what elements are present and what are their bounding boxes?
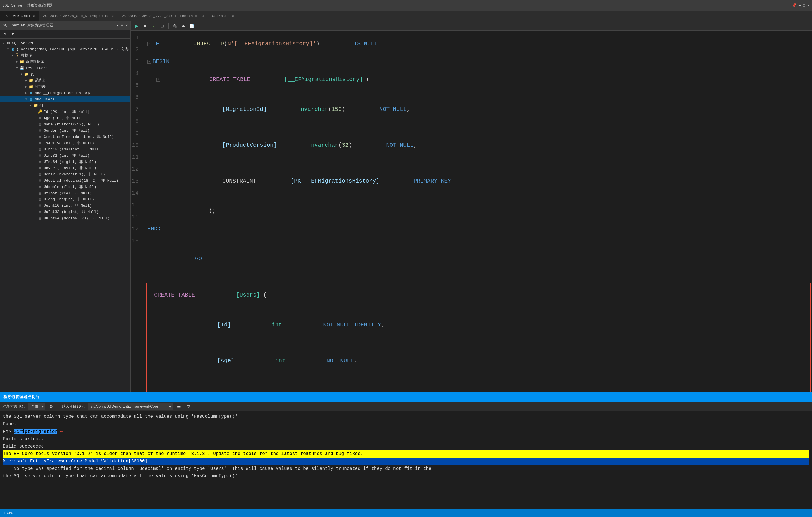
col-icon: ▤ [37, 166, 42, 171]
tree-label-users: dbo.Users [35, 97, 55, 102]
tree-item-col-udecimal[interactable]: ▤ Udecimal (decimal(18, 2), 非 Null) [0, 177, 130, 184]
tree-item-tables[interactable]: ▼ 📁 表 [0, 71, 130, 77]
stop-button[interactable]: ■ [142, 22, 149, 30]
console-line-1: the SQL server column type that can acco… [3, 413, 809, 420]
exttable-icon: 📁 [28, 84, 33, 89]
console-line-sql-end: the SQL server column type that can acco… [3, 472, 809, 480]
tree-item-systable[interactable]: ▶ 📁 系统表 [0, 77, 130, 84]
tab-migration-label: 20200402135625_add_NotMappe.cs [43, 14, 110, 18]
refresh-button[interactable]: ↻ [2, 31, 8, 37]
panel-header: SQL Server 对象资源管理器 ▾ # ✕ [0, 21, 130, 30]
tree-item-col-isactive[interactable]: ▤ IsActive (bit, 非 Null) [0, 140, 130, 146]
tree-label-col-gender: Gender (int, 非 Null) [44, 128, 90, 133]
tree-item-sqlserver[interactable]: ▶ 🖥 SQL Server [0, 40, 130, 46]
tree-item-col-time[interactable]: ▤ CreationTime (datetime, 非 Null) [0, 134, 130, 140]
tab-sql[interactable]: l0z1vr5n.sql ✕ [0, 11, 39, 21]
tree-label-col-age: Age (int, 非 Null) [44, 115, 83, 121]
col-icon: ▤ [37, 141, 42, 146]
console-line-cmd: PM> Script-Migration ← [3, 428, 809, 435]
console-line-build-ok: Build succeeded. [3, 443, 809, 450]
tree-item-ef-history[interactable]: ▶ ▦ dbo.__EFMigrationsHistory [0, 90, 130, 96]
col-icon: ▤ [37, 134, 42, 139]
col-icon: ▤ [37, 172, 42, 177]
new-query-button[interactable]: 📄 [188, 22, 195, 30]
window-controls[interactable]: — □ ✕ [799, 3, 810, 8]
tree-label-col-uchar: Uchar (nvarchar(1), 非 Null) [44, 172, 105, 177]
tree-item-col-uuint64[interactable]: ▤ UuInt64 (decimal(20), 非 Null) [0, 215, 130, 221]
tree-label-localdb: (localdb)\MSSQLLocalDB (SQL Server 13.0.… [17, 47, 130, 52]
fold-3[interactable]: + [156, 78, 161, 82]
tree-item-col-ubyte[interactable]: ▤ Ubyte (tinyint, 非 Null) [0, 165, 130, 171]
tree-label-col-uint64: UInt64 (bigint, 非 Null) [44, 159, 96, 164]
default-project-label: 默认项目(D): [62, 404, 85, 409]
tree-item-columns[interactable]: ▼ 📁 列 [0, 103, 130, 109]
connect-button[interactable]: 🔌 [171, 22, 178, 30]
list-button[interactable]: ☰ [175, 403, 182, 410]
tree-label-sysdb: 系统数据库 [26, 59, 44, 64]
tree-item-sysdb[interactable]: ▶ 📁 系统数据库 [0, 59, 130, 65]
fold-12[interactable]: − [149, 293, 153, 297]
tab-stringlength-close[interactable]: ✕ [202, 14, 204, 18]
db-icon: 💾 [19, 65, 25, 70]
code-line-8: END; [145, 223, 812, 235]
parse-button[interactable]: ⊡ [158, 22, 166, 30]
title-bar-text: SQL Server 对象资源管理器 [2, 3, 53, 8]
col-icon: ▤ [37, 147, 42, 152]
tree-label-col-udouble: Udouble (float, 非 Null) [44, 184, 96, 190]
tree-item-col-uuint32[interactable]: ▤ UuInt32 (bigint, 非 Null) [0, 209, 130, 215]
fold-2[interactable]: − [147, 60, 151, 64]
tab-stringlength-label: 20200402135021_... _StringLength.cs [122, 14, 200, 18]
tab-migration-close[interactable]: ✕ [112, 14, 114, 18]
console-highlight-cmd: Script-Migration [13, 429, 57, 434]
filter-console-button[interactable]: ▽ [185, 403, 192, 410]
code-line-14: [Age] int NOT NULL, [147, 343, 810, 379]
tree-item-col-uuint16[interactable]: ▤ UuInt16 (int, 非 Null) [0, 202, 130, 209]
tab-sql-close[interactable]: ✕ [33, 14, 35, 18]
tree-item-col-uint64[interactable]: ▤ UInt64 (bigint, 非 Null) [0, 159, 130, 165]
tree-label-col-isactive: IsActive (bit, 非 Null) [44, 141, 94, 146]
console-output[interactable]: the SQL server column type that can acco… [0, 411, 812, 517]
tree-item-col-uchar[interactable]: ▤ Uchar (nvarchar(1), 非 Null) [0, 171, 130, 177]
tree-item-col-id[interactable]: 🔑 Id (PK, int, 非 Null) [0, 109, 130, 115]
tree-item-col-gender[interactable]: ▤ Gender (int, 非 Null) [0, 127, 130, 134]
settings-button[interactable]: ⚙ [48, 403, 55, 410]
console-line-truncate: No type was specified for the decimal co… [3, 465, 809, 472]
disconnect-button[interactable]: ⏏ [179, 22, 187, 30]
tab-users[interactable]: Users.cs ✕ [208, 11, 238, 21]
divider [168, 23, 169, 29]
tree-item-col-udouble[interactable]: ▤ Udouble (float, 非 Null) [0, 184, 130, 190]
source-select[interactable]: 全部 [28, 403, 45, 410]
run-button[interactable]: ▶ [133, 22, 141, 30]
expand-icon: ▼ [28, 103, 33, 108]
tree-item-localdb[interactable]: ▼ ▣ (localdb)\MSSQLLocalDB (SQL Server 1… [0, 46, 130, 52]
tree-item-databases[interactable]: ▼ 🗄 数据库 [0, 52, 130, 59]
tree-label-col-uuint16: UuInt16 (int, 非 Null) [44, 203, 92, 208]
code-line-7: ); [145, 199, 812, 223]
tree-item-col-ufloat[interactable]: ▤ Ufloat (real, 非 Null) [0, 190, 130, 196]
tree-item-col-uint32[interactable]: ▤ UInt32 (int, 非 Null) [0, 152, 130, 159]
tree-item-col-age[interactable]: ▤ Age (int, 非 Null) [0, 115, 130, 121]
tab-users-close[interactable]: ✕ [232, 14, 234, 18]
pin-icon[interactable]: 📌 [792, 3, 796, 8]
tree-item-col-uint16[interactable]: ▤ UInt16 (smallint, 非 Null) [0, 146, 130, 152]
tree-item-col-ulong[interactable]: ▤ Ulong (bigint, 非 Null) [0, 196, 130, 202]
tree-label-col-uint16: UInt16 (smallint, 非 Null) [44, 147, 100, 152]
tree-item-exttable[interactable]: ▶ 📁 外部表 [0, 84, 130, 90]
expand-icon: ▶ [15, 59, 19, 64]
tree-item-testdb[interactable]: ▼ 💾 TestEfCore [0, 65, 130, 71]
tree-label-sqlserver: SQL Server [12, 41, 34, 45]
tree-label-systable: 系统表 [35, 78, 46, 83]
col-icon: ▤ [37, 178, 42, 183]
default-project-select[interactable]: src/Jonny.AllDemo.EntityFrameworkCore [88, 403, 173, 410]
tab-stringlength[interactable]: 20200402135021_... _StringLength.cs ✕ [118, 11, 208, 21]
users-table-icon: ▦ [28, 97, 33, 102]
tree-item-users[interactable]: ▼ ▦ dbo.Users [0, 96, 130, 103]
check-button[interactable]: ✓ [150, 22, 157, 30]
tree-item-col-name[interactable]: ▤ Name (nvarchar(12), Null) [0, 121, 130, 127]
tab-migration[interactable]: 20200402135625_add_NotMappe.cs ✕ [39, 11, 118, 21]
source-label: 程序包源(K): [2, 404, 26, 409]
filter-button[interactable]: ▼ [10, 31, 16, 37]
fold-1[interactable]: − [147, 42, 151, 46]
expand-icon: ▶ [1, 41, 6, 45]
console-line-warning: The EF Core tools version '3.1.2' is old… [3, 450, 809, 458]
